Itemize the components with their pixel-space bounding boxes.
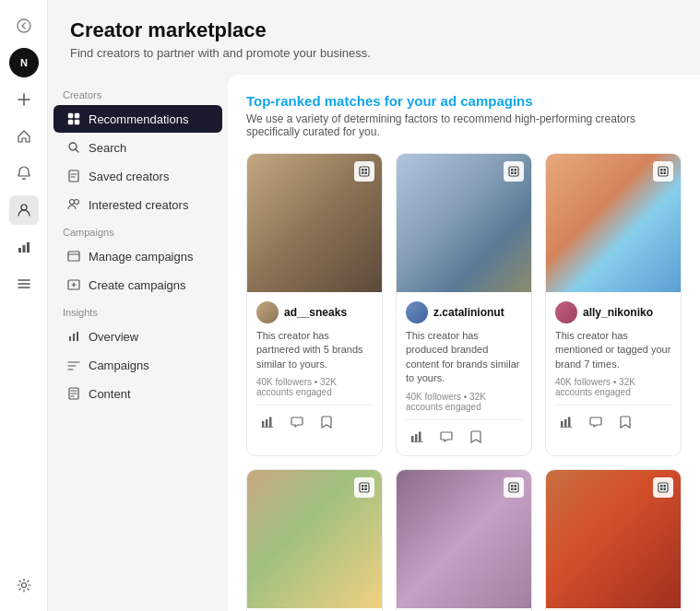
creator-icon[interactable] <box>9 195 39 225</box>
creator-card[interactable]: mariarodriguesx This creator has produce… <box>396 469 532 611</box>
message-action[interactable] <box>286 411 308 433</box>
svg-rect-4 <box>18 248 21 253</box>
sidebar-item-content[interactable]: Content <box>53 380 222 407</box>
save-action[interactable] <box>315 411 338 433</box>
card-badge <box>504 477 524 498</box>
creator-info: z.catalinionut <box>406 301 522 323</box>
svg-rect-59 <box>511 485 514 488</box>
creator-stats: 40K followers • 32K accounts engaged <box>256 377 373 397</box>
svg-rect-30 <box>262 427 274 428</box>
svg-rect-25 <box>362 172 364 175</box>
creator-description: This creator has mentioned or tagged you… <box>555 329 671 371</box>
creator-body: ally_nikoniko This creator has mentioned… <box>546 292 681 441</box>
save-action[interactable] <box>614 411 636 433</box>
sidebar-item-interested[interactable]: Interested creators <box>53 191 222 218</box>
avatar <box>406 301 428 323</box>
svg-rect-29 <box>269 417 272 428</box>
svg-rect-61 <box>511 488 514 490</box>
sidebar-item-saved[interactable]: Saved creators <box>53 162 222 190</box>
svg-rect-62 <box>515 488 517 490</box>
svg-rect-71 <box>664 488 667 490</box>
svg-rect-18 <box>69 336 71 341</box>
svg-rect-23 <box>362 169 364 171</box>
create-icon <box>66 277 81 292</box>
creator-card[interactable]: z.catalinionut This creator has produced… <box>396 153 532 456</box>
back-icon[interactable] <box>9 11 39 41</box>
home-icon[interactable] <box>9 122 39 151</box>
message-action[interactable] <box>435 426 457 448</box>
svg-rect-34 <box>511 172 514 175</box>
analytics-action[interactable] <box>555 411 577 433</box>
creator-card[interactable]: ally_nikoniko This creator has mentioned… <box>545 153 682 456</box>
creator-description: This creator has produced branded conten… <box>406 329 522 386</box>
content-label: Content <box>89 387 131 401</box>
svg-rect-47 <box>568 417 571 428</box>
recommendations-label: Recommendations <box>89 112 188 126</box>
svg-rect-19 <box>73 334 75 341</box>
creator-body: z.catalinionut This creator has produced… <box>397 292 531 455</box>
main-panel: Top-ranked matches for your ad campagins… <box>228 75 700 611</box>
card-badge <box>504 161 524 182</box>
campaigns-label: Campaigns <box>89 358 149 372</box>
svg-point-14 <box>70 200 75 205</box>
analytics-action[interactable] <box>406 426 428 448</box>
overview-icon <box>66 329 81 344</box>
creator-name: z.catalinionut <box>433 306 504 319</box>
brand-logo[interactable]: N <box>9 48 39 77</box>
sidebar-item-overview[interactable]: Overview <box>53 323 222 350</box>
avatar <box>555 301 577 323</box>
svg-rect-35 <box>515 172 517 175</box>
svg-rect-49 <box>360 483 369 492</box>
menu-icon[interactable] <box>9 269 39 299</box>
card-badge <box>354 477 374 498</box>
creator-card[interactable]: kanlo This creator has a high engagement… <box>545 469 682 611</box>
sidebar-item-manage-campaigns[interactable]: Manage campaigns <box>53 242 222 270</box>
svg-rect-6 <box>27 242 30 253</box>
svg-rect-24 <box>365 169 368 171</box>
svg-rect-69 <box>664 485 667 488</box>
sidebar: Creators Recommendations <box>48 75 228 611</box>
sidebar-item-campaigns[interactable]: Campaigns <box>53 351 222 379</box>
creator-grid: ad__sneaks This creator has partnered wi… <box>246 153 682 611</box>
analytics-action[interactable] <box>256 411 279 433</box>
svg-point-3 <box>21 205 27 210</box>
svg-rect-46 <box>564 419 567 427</box>
creator-body: kanlo This creator has a high engagement… <box>546 608 681 611</box>
creator-card[interactable]: 99_cem.1981 This creator's content has b… <box>246 469 383 611</box>
svg-rect-36 <box>411 436 414 441</box>
creator-actions <box>256 405 373 433</box>
content-icon <box>66 386 81 401</box>
creator-name: ad__sneaks <box>284 306 347 319</box>
svg-rect-52 <box>362 488 364 490</box>
svg-rect-44 <box>664 172 667 175</box>
creator-info: ally_nikoniko <box>555 301 671 323</box>
save-action[interactable] <box>465 426 487 448</box>
bell-icon[interactable] <box>9 159 39 188</box>
svg-rect-51 <box>365 485 368 488</box>
creator-card[interactable]: ad__sneaks This creator has partnered wi… <box>246 153 383 456</box>
svg-rect-11 <box>75 120 79 124</box>
analytics-icon[interactable] <box>9 232 39 262</box>
svg-rect-67 <box>658 483 668 492</box>
campaigns-section-label: Campaigns <box>48 219 228 241</box>
message-action[interactable] <box>585 411 607 433</box>
svg-rect-53 <box>365 488 368 490</box>
main-area: Creator marketplace Find creators to par… <box>48 0 700 611</box>
search-icon <box>66 140 81 155</box>
svg-rect-41 <box>660 169 663 171</box>
creator-actions <box>555 405 671 433</box>
creator-stats: 40K followers • 32K accounts engaged <box>555 377 671 397</box>
sidebar-item-search[interactable]: Search <box>53 134 222 161</box>
sidebar-item-recommendations[interactable]: Recommendations <box>53 105 222 133</box>
svg-rect-70 <box>660 488 663 490</box>
svg-rect-16 <box>68 252 79 261</box>
add-icon[interactable] <box>9 85 39 114</box>
svg-point-15 <box>75 200 79 205</box>
svg-rect-39 <box>411 441 423 442</box>
manage-campaigns-label: Manage campaigns <box>89 250 193 264</box>
creators-section-label: Creators <box>48 82 228 104</box>
creator-image <box>397 470 531 608</box>
settings-icon[interactable] <box>9 570 39 600</box>
sidebar-item-create-campaign[interactable]: Create campaigns <box>53 271 222 299</box>
search-label: Search <box>89 141 126 155</box>
